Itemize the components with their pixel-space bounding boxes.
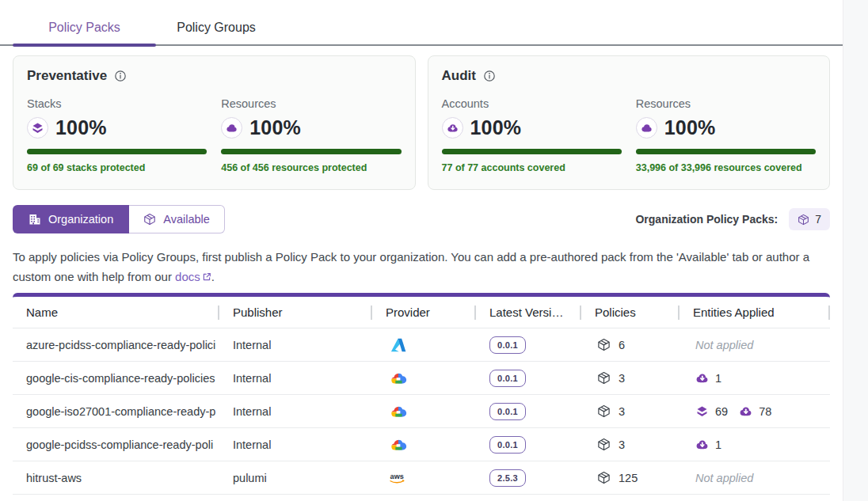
entity-count: 69 (695, 405, 728, 418)
package-icon (597, 438, 611, 451)
table-row[interactable]: google-iso27001-compliance-ready-pIntern… (13, 395, 830, 428)
tab-bar: Policy Packs Policy Groups (0, 11, 843, 46)
summary-label: Organization Policy Packs: (635, 213, 778, 226)
card-title: Preventative (27, 68, 107, 84)
version-badge: 0.0.1 (489, 336, 526, 354)
pack-name: google-pcidss-compliance-ready-poli (13, 438, 219, 451)
package-icon (143, 213, 156, 226)
entity-count-value: 1 (715, 438, 721, 451)
entities-applied-cell: Not applied (680, 472, 830, 484)
column-resize-handle[interactable] (828, 306, 830, 320)
package-icon (597, 404, 611, 418)
pack-name: google-cis-compliance-ready-policies (13, 372, 219, 385)
progress-bar (442, 149, 622, 154)
stat-value: 100% (249, 116, 301, 139)
accounts-stat: Accounts 100% 77 of 77 accounts covered (442, 97, 622, 173)
pack-name: google-iso27001-compliance-ready-p (13, 405, 219, 418)
stat-value: 100% (664, 116, 716, 139)
stat-value: 100% (55, 116, 107, 139)
stat-caption: 456 of 456 resources protected (221, 162, 401, 173)
gcp-icon (388, 370, 409, 387)
external-link-icon (202, 268, 211, 277)
stack-icon (695, 405, 709, 417)
package-icon (597, 371, 611, 385)
tab-policy-packs[interactable]: Policy Packs (13, 11, 156, 44)
package-icon (597, 471, 611, 484)
policy-packs-description: To apply policies via Policy Groups, fir… (13, 247, 830, 287)
cloud-download-icon (695, 372, 709, 384)
stat-label: Resources (221, 97, 401, 110)
not-applied-text: Not applied (695, 339, 753, 351)
docs-link[interactable]: docs (175, 270, 200, 283)
table-row[interactable]: google-cis-compliance-ready-policiesInte… (13, 362, 830, 395)
column-header-policies: Policies (581, 297, 680, 328)
table-row[interactable]: azure-pcidss-compliance-ready-policiInte… (13, 328, 830, 362)
version-badge: 0.0.1 (489, 436, 526, 454)
entity-count: 1 (695, 438, 721, 451)
entity-count-value: 1 (715, 372, 721, 385)
stack-icon (32, 122, 44, 134)
entity-count: 78 (739, 405, 771, 418)
entities-applied-cell: 6978 (680, 405, 830, 418)
entities-applied-cell: 1 (680, 438, 830, 451)
cloud-icon (226, 122, 238, 134)
cloud-download-icon (739, 405, 752, 417)
aws-icon: aws (388, 469, 409, 487)
column-header-entities-applied: Entities Applied (680, 297, 830, 328)
organization-toggle-label: Organization (48, 213, 113, 226)
table-row[interactable]: hitrust-awspulumiaws2.5.3125Not applied (13, 461, 830, 495)
description-line-2: custom one with help from our docs. (13, 267, 830, 287)
package-icon (597, 338, 611, 351)
pack-count: 7 (815, 213, 821, 226)
column-header-name: Name (13, 297, 219, 328)
table-header-row: Name Publisher Provider Latest Versi… Po… (13, 297, 830, 328)
preventative-card: Preventative Stacks 100% 69 of 69 stacks… (13, 55, 416, 190)
entity-count-value: 78 (759, 405, 771, 418)
table-row[interactable]: google-pcidss-compliance-ready-poliInter… (13, 428, 830, 461)
version-badge: 2.5.3 (489, 469, 526, 487)
stat-caption: 77 of 77 accounts covered (442, 162, 622, 173)
stat-label: Resources (636, 97, 816, 110)
available-toggle-label: Available (163, 213, 210, 226)
card-title: Audit (442, 68, 476, 84)
column-header-provider: Provider (372, 297, 476, 328)
pack-count-badge: 7 (789, 208, 830, 230)
audit-card: Audit Accounts 100% 77 of 77 accounts co… (428, 55, 831, 190)
building-icon (29, 213, 41, 226)
stat-label: Stacks (27, 97, 207, 110)
entity-count-value: 69 (715, 405, 728, 418)
pack-scope-toggle: Organization Available (13, 205, 225, 233)
version-badge: 0.0.1 (489, 370, 526, 387)
entity-count: 1 (695, 372, 721, 385)
svg-text:aws: aws (390, 473, 404, 480)
policy-packs-page: Policy Packs Policy Groups Preventative … (0, 0, 868, 501)
not-applied-text: Not applied (695, 472, 753, 484)
page-gutter (843, 0, 868, 501)
policies-count: 3 (619, 405, 625, 418)
stacks-stat: Stacks 100% 69 of 69 stacks protected (27, 97, 207, 173)
pack-publisher: Internal (219, 339, 372, 351)
cloud-download-icon (695, 438, 709, 450)
organization-toggle-button[interactable]: Organization (13, 205, 129, 233)
policies-count: 6 (619, 339, 625, 351)
pack-name: hitrust-aws (13, 472, 219, 484)
pack-publisher: pulumi (219, 472, 372, 484)
info-icon[interactable] (114, 70, 127, 82)
pack-publisher: Internal (219, 405, 372, 418)
pack-publisher: Internal (219, 372, 372, 385)
column-header-publisher: Publisher (219, 297, 372, 328)
org-policy-packs-summary: Organization Policy Packs: 7 (635, 208, 830, 230)
stat-label: Accounts (442, 97, 622, 110)
available-toggle-button[interactable]: Available (129, 205, 225, 233)
azure-icon (388, 336, 409, 354)
stat-caption: 69 of 69 stacks protected (27, 162, 207, 173)
table-body: azure-pcidss-compliance-ready-policiInte… (13, 328, 830, 495)
entities-applied-cell: Not applied (680, 339, 830, 351)
info-icon[interactable] (483, 70, 496, 82)
column-header-latest-version: Latest Versi… (476, 297, 581, 328)
gcp-icon (388, 436, 409, 454)
stat-caption: 33,996 of 33,996 resources covered (636, 162, 816, 173)
resources-stat: Resources 100% 33,996 of 33,996 resource… (636, 97, 816, 173)
tab-policy-groups[interactable]: Policy Groups (156, 11, 276, 44)
version-badge: 0.0.1 (489, 403, 526, 420)
